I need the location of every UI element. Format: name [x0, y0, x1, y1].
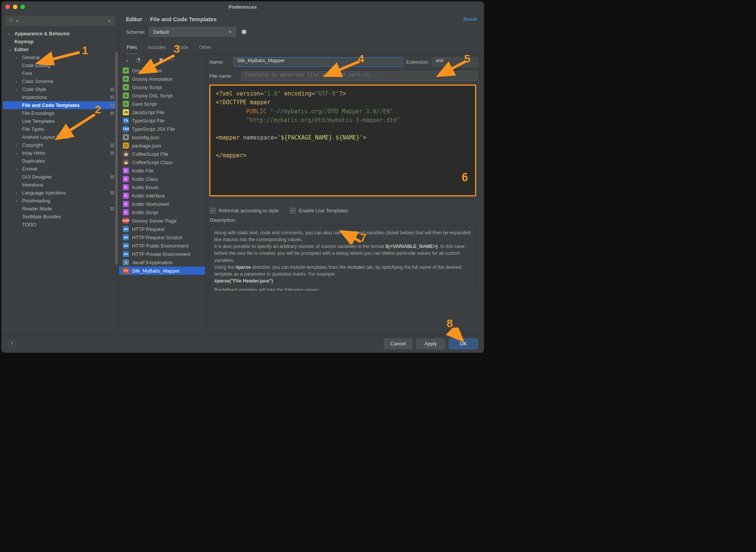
reformat-checkbox[interactable]: Reformat according to style: [210, 208, 279, 213]
minimize-window-icon[interactable]: [13, 5, 17, 9]
chevron-icon: ›: [16, 79, 20, 84]
template-item[interactable]: JJavaFXApplication: [119, 258, 205, 267]
template-item[interactable]: KKotlin File: [119, 166, 205, 175]
file-type-icon: GSP: [123, 218, 129, 224]
template-code-editor[interactable]: <?xml version="1.0" encoding="UTF-8"?> <…: [209, 85, 476, 196]
tree-item[interactable]: TextMate Bundles: [3, 213, 117, 221]
tree-item[interactable]: Live Templates: [3, 117, 117, 125]
tree-item[interactable]: Keymap: [3, 38, 117, 45]
svg-rect-22: [110, 151, 112, 153]
template-item[interactable]: GSPGroovy Server Page: [119, 216, 205, 225]
horizontal-scrollbar[interactable]: [209, 199, 476, 204]
tree-item[interactable]: GUI Designer: [3, 173, 117, 181]
tree-item[interactable]: Code Editing: [3, 61, 117, 69]
template-item[interactable]: APIHTTP Request: [119, 225, 205, 233]
tree-item[interactable]: Duplicates: [3, 157, 117, 165]
template-item[interactable]: GGroovy Enum: [119, 66, 205, 75]
template-item-label: JavaScript File: [132, 110, 164, 115]
tree-item[interactable]: ›Code Style: [3, 85, 117, 93]
tab-other[interactable]: Other: [198, 41, 212, 54]
tree-item[interactable]: Reader Mode: [3, 205, 117, 213]
copy-template-button[interactable]: [135, 58, 142, 64]
file-type-icon: API: [123, 251, 129, 257]
svg-rect-20: [110, 145, 112, 147]
tree-item-label: General: [22, 55, 39, 60]
template-item[interactable]: KKotlin Script: [119, 208, 205, 216]
tab-files[interactable]: Files: [126, 41, 138, 54]
apply-button[interactable]: Apply: [416, 339, 445, 349]
duplicate-template-button[interactable]: [158, 58, 165, 64]
template-item[interactable]: APIHTTP Private Environment: [119, 250, 205, 258]
undo-icon[interactable]: ↶: [169, 58, 176, 64]
template-item[interactable]: APIHTTP Public Environment: [119, 242, 205, 250]
scrollbar-thumb[interactable]: [115, 52, 118, 265]
template-item[interactable]: GGroovy Script: [119, 83, 205, 91]
tree-item[interactable]: ›Language Injections: [3, 189, 117, 197]
template-item[interactable]: GGroovy DSL Script: [119, 91, 205, 100]
tree-item[interactable]: File Encodings: [3, 109, 117, 117]
remove-template-button[interactable]: －: [146, 57, 153, 64]
tree-item[interactable]: ›Color Scheme: [3, 77, 117, 85]
template-item[interactable]: ⚙tsconfig.json: [119, 133, 205, 141]
settings-tree[interactable]: ›Appearance & BehaviorKeymap⌄Editor›Gene…: [2, 30, 119, 334]
clear-search-icon[interactable]: ✕: [107, 18, 111, 24]
reset-link[interactable]: Reset: [464, 16, 477, 22]
template-item[interactable]: </>Silk_MyBatis_Mapper.: [119, 267, 205, 275]
zoom-window-icon[interactable]: [20, 5, 25, 9]
tree-item[interactable]: File Types: [3, 125, 117, 133]
template-item[interactable]: APIHTTP Request Scratch: [119, 233, 205, 242]
tab-code[interactable]: Code: [176, 41, 189, 54]
tree-item[interactable]: ›Inlay Hints: [3, 149, 117, 157]
extension-input[interactable]: xml: [432, 57, 478, 67]
cancel-button[interactable]: Cancel: [384, 339, 413, 349]
tree-item[interactable]: File and Code Templates: [3, 101, 117, 109]
file-type-icon: K: [123, 176, 129, 182]
tree-item[interactable]: ›Proofreading: [3, 197, 117, 205]
template-item[interactable]: ☕CoffeeScript Class: [119, 158, 205, 166]
scheme-dropdown[interactable]: Default ▼: [149, 27, 236, 37]
template-item[interactable]: KKotlin Enum: [119, 183, 205, 191]
template-list[interactable]: GGroovy EnumGGroovy AnnotationGGroovy Sc…: [119, 66, 205, 334]
tree-item[interactable]: Font: [3, 69, 117, 77]
tree-item[interactable]: TODO: [3, 221, 117, 229]
file-type-icon: JS: [123, 109, 129, 115]
tree-item-label: Android Layout Editor: [22, 134, 69, 140]
template-item[interactable]: KKotlin Class: [119, 175, 205, 183]
template-item[interactable]: GGant Script: [119, 100, 205, 108]
breadcrumb-editor[interactable]: Editor: [126, 16, 142, 22]
tree-item[interactable]: Android Layout Editor: [3, 133, 117, 141]
filename-input[interactable]: Template to generate file name and path …: [241, 71, 478, 81]
template-item[interactable]: TSTypeScript File: [119, 116, 205, 125]
file-type-icon: G: [123, 76, 129, 82]
template-item[interactable]: KKotlin Worksheet: [119, 200, 205, 208]
template-item-label: Groovy Server Page: [132, 218, 177, 224]
svg-rect-5: [113, 89, 114, 91]
tree-item[interactable]: Intentions: [3, 181, 117, 189]
template-item-label: Groovy Script: [132, 85, 162, 90]
enable-live-templates-checkbox[interactable]: Enable Live Templates: [290, 208, 348, 213]
tree-item-label: Inspections: [22, 94, 47, 100]
template-item[interactable]: ☕CoffeeScript File: [119, 150, 205, 158]
tree-item[interactable]: ›Emmet: [3, 165, 117, 173]
add-template-button[interactable]: ＋: [124, 57, 130, 64]
close-window-icon[interactable]: [5, 5, 10, 9]
svg-rect-33: [113, 193, 114, 194]
tree-item[interactable]: ›Copyright: [3, 141, 117, 149]
help-button[interactable]: ?: [8, 340, 16, 348]
tree-item[interactable]: ›Appearance & Behavior: [3, 30, 117, 38]
tree-item[interactable]: ⌄Editor: [3, 45, 117, 53]
chevron-icon: ›: [16, 167, 20, 171]
name-input[interactable]: Silk_MyBatis_Mapper: [234, 57, 403, 67]
tree-item[interactable]: Inspections: [3, 93, 117, 101]
tab-includes[interactable]: Includes: [147, 41, 166, 54]
template-item[interactable]: JSJavaScript File: [119, 108, 205, 116]
search-input[interactable]: ▾ ✕: [5, 16, 115, 26]
tree-item[interactable]: ›General: [3, 53, 117, 61]
template-item[interactable]: KKotlin Interface: [119, 191, 205, 200]
chevron-icon: ›: [16, 151, 20, 155]
template-item[interactable]: ⬡package.json: [119, 141, 205, 150]
template-item[interactable]: TSXTypeScript JSX File: [119, 125, 205, 133]
template-item[interactable]: GGroovy Annotation: [119, 75, 205, 83]
ok-button[interactable]: OK: [449, 339, 478, 349]
gear-icon[interactable]: [240, 28, 247, 35]
